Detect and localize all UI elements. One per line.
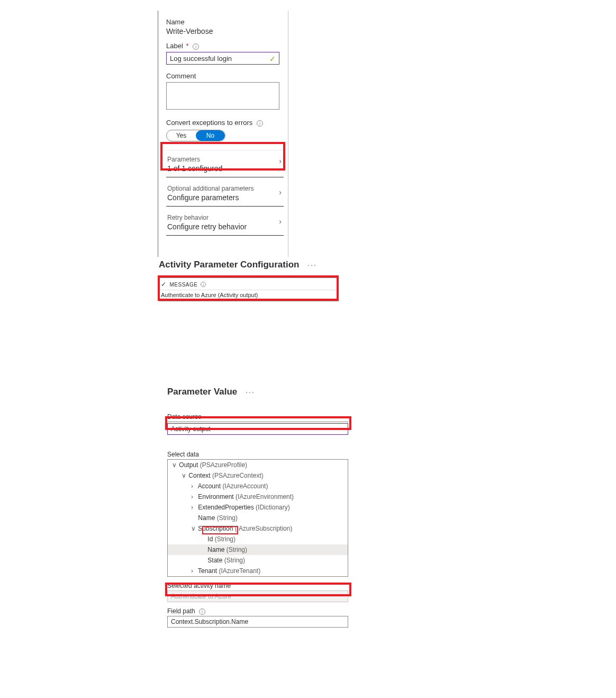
field-path-value: Context.Subscription.Name	[171, 618, 248, 625]
chevron-down-icon[interactable]: ∨	[191, 524, 196, 533]
tree-node[interactable]: ∨ Subscription (IAzureSubscription)	[168, 523, 348, 534]
optional-params-main: Configure parameters	[167, 193, 283, 202]
tree-node-type: (IAzureEnvironment)	[235, 493, 294, 500]
tree-node[interactable]: › Environment (IAzureEnvironment)	[168, 491, 348, 502]
message-param-row[interactable]: ✓ MESSAGE i Authenticate to Azure (Activ…	[159, 278, 339, 301]
tree-node-name: Name	[206, 546, 227, 553]
tree-node[interactable]: Id (String)	[168, 534, 348, 544]
tree-node-type: (IAzureTenant)	[219, 567, 260, 575]
section-header-row: Parameter Value ···	[167, 387, 350, 397]
chevron-right-icon: ›	[279, 217, 282, 226]
tree-node-name: Tenant	[196, 567, 219, 575]
convert-exceptions-toggle[interactable]: Yes No	[166, 130, 225, 141]
tree-node[interactable]: Name (String)	[168, 544, 348, 555]
message-value: Authenticate to Azure (Activity output)	[159, 290, 339, 301]
retry-main: Configure retry behavior	[167, 222, 283, 231]
more-icon[interactable]: ···	[307, 261, 317, 269]
activity-param-config-section: Activity Parameter Configuration ··· ✓ M…	[159, 259, 339, 301]
message-label: MESSAGE	[170, 282, 198, 288]
tree-node-name: Environment	[196, 493, 235, 500]
tree-node-name: State	[206, 557, 224, 564]
tree-node-name: Subscription	[196, 525, 235, 532]
retry-row[interactable]: Retry behavior Configure retry behavior …	[166, 211, 284, 236]
data-source-select[interactable]: Activity output	[167, 423, 348, 435]
tree-node[interactable]: › Account (IAzureAccount)	[168, 481, 348, 491]
tree-node-type: (PSAzureProfile)	[200, 461, 247, 469]
required-star: *	[186, 42, 188, 50]
comment-label: Comment	[166, 72, 284, 80]
chevron-down-icon[interactable]: ∨	[182, 471, 187, 480]
data-source-value: Activity output	[171, 425, 211, 433]
label-label: Label * i	[166, 42, 284, 50]
parameter-value-section: Parameter Value ··· Data source Activity…	[167, 387, 350, 628]
toggle-yes[interactable]: Yes	[167, 130, 196, 141]
section-title: Activity Parameter Configuration	[159, 259, 299, 270]
section-header-row: Activity Parameter Configuration ···	[159, 259, 339, 270]
optional-params-sub: Optional additional parameters	[167, 185, 283, 192]
tree-node[interactable]: › ExtendedProperties (IDictionary)	[168, 502, 348, 513]
info-icon[interactable]: i	[201, 282, 206, 287]
tree-node-name: Name	[196, 514, 217, 522]
tree-node-type: (IAzureSubscription)	[235, 525, 293, 532]
tree-node-type: (String)	[227, 546, 247, 553]
label-text: Label	[166, 42, 183, 50]
message-header: ✓ MESSAGE i	[159, 278, 339, 290]
tree-node[interactable]: › Tenant (IAzureTenant)	[168, 566, 348, 576]
chevron-right-icon: ›	[279, 157, 282, 165]
selected-activity-field: Authenticate to Azure	[167, 590, 348, 602]
name-value: Write-Verbose	[166, 27, 284, 35]
tree-node-type: (String)	[224, 557, 245, 564]
toggle-no[interactable]: No	[196, 130, 225, 141]
parameters-main: 1 of 1 configured	[167, 164, 283, 173]
tree-node-type: (IDictionary)	[256, 504, 290, 511]
tree-node-type: (String)	[217, 514, 238, 522]
tree-node[interactable]: State (String)	[168, 555, 348, 566]
check-icon: ✓	[161, 281, 167, 288]
retry-sub: Retry behavior	[167, 214, 283, 221]
parameters-row[interactable]: Parameters 1 of 1 configured ›	[166, 150, 284, 177]
tree-node-name: Output	[177, 461, 200, 469]
tree-node-name: ExtendedProperties	[196, 504, 256, 511]
tree-node[interactable]: ∨ Output (PSAzureProfile)	[168, 460, 348, 470]
more-icon[interactable]: ···	[246, 388, 255, 396]
selected-activity-value: Authenticate to Azure	[171, 593, 231, 600]
section-title: Parameter Value	[167, 387, 237, 397]
selected-activity-label: Selected activity name	[167, 582, 350, 589]
name-label: Name	[166, 18, 284, 26]
info-icon[interactable]: i	[199, 608, 205, 615]
chevron-right-icon: ›	[279, 188, 282, 196]
tree-node-type: (String)	[215, 535, 235, 543]
tree-node-type: (PSAzureContext)	[212, 472, 264, 479]
tree-node-type: (IAzureAccount)	[222, 482, 268, 490]
tree-node-name: Context	[187, 472, 212, 479]
chevron-right-icon[interactable]: ›	[191, 503, 196, 512]
convert-exceptions-label: Convert exceptions to errors i	[166, 119, 284, 127]
chevron-right-icon[interactable]: ›	[191, 493, 196, 501]
select-data-label: Select data	[167, 451, 350, 458]
select-data-tree[interactable]: ∨ Output (PSAzureProfile)∨ Context (PSAz…	[167, 459, 348, 577]
chevron-down-icon[interactable]: ∨	[172, 461, 177, 469]
data-source-label: Data source	[167, 413, 348, 422]
chevron-right-icon[interactable]: ›	[191, 482, 196, 490]
tree-node-name: Id	[206, 535, 215, 543]
label-input-value: Log successful login	[170, 55, 232, 62]
field-path-input[interactable]: Context.Subscription.Name	[167, 616, 348, 628]
comment-input[interactable]	[166, 82, 279, 110]
tree-node[interactable]: ∨ Context (PSAzureContext)	[168, 470, 348, 481]
check-icon: ✓	[269, 55, 276, 63]
label-input[interactable]: Log successful login ✓	[166, 52, 279, 65]
activity-editor-pane: Name Write-Verbose Label * i Log success…	[157, 11, 288, 257]
optional-params-row[interactable]: Optional additional parameters Configure…	[166, 182, 284, 207]
info-icon[interactable]: i	[193, 43, 199, 50]
field-path-label: Field path i	[167, 607, 350, 615]
tree-node[interactable]: Name (String)	[168, 513, 348, 523]
parameters-sub: Parameters	[167, 156, 283, 163]
chevron-right-icon[interactable]: ›	[191, 567, 196, 575]
info-icon[interactable]: i	[257, 120, 263, 127]
tree-node-name: Account	[196, 482, 222, 490]
